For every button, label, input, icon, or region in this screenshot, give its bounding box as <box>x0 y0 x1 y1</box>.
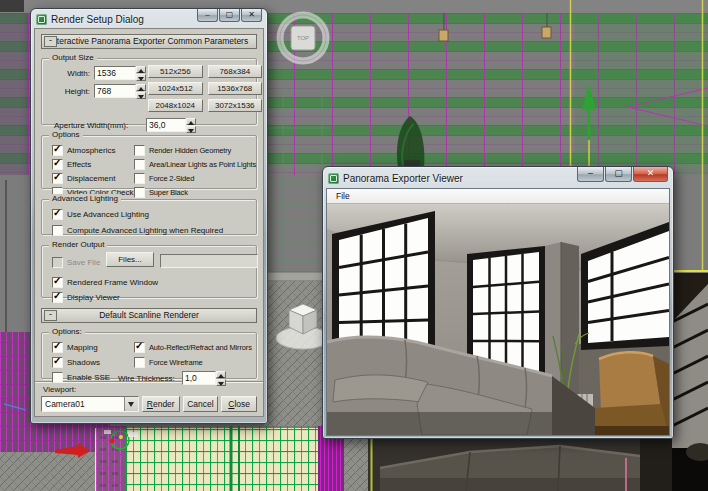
minimize-button[interactable]: – <box>577 167 604 182</box>
checkbox-use-advanced-lighting[interactable]: Use Advanced Lighting <box>52 208 149 220</box>
rollout-default-scanline[interactable]: - Default Scanline Renderer <box>41 308 257 323</box>
panorama-exporter-viewer: Panorama Exporter Viewer – ▢ ✕ File <box>322 166 674 439</box>
max-app-icon <box>328 173 339 184</box>
wire-thickness-label: Wire Thickness: <box>118 374 175 383</box>
height-label: Height: <box>48 87 90 96</box>
close-icon[interactable]: ✕ <box>241 9 262 22</box>
viewer-menubar: File <box>327 189 669 204</box>
width-field[interactable] <box>94 66 136 80</box>
minimize-button[interactable]: – <box>197 9 218 22</box>
checkbox-render-hidden-geometry[interactable]: Render Hidden Geometry <box>134 144 231 156</box>
preset-3072x1536-button[interactable]: 3072x1536 <box>208 99 263 112</box>
maximize-button[interactable]: ▢ <box>605 167 632 182</box>
rollout-title: Default Scanline Renderer <box>99 310 199 320</box>
render-dialog-body: - Interactive Panorama Exporter Common P… <box>34 28 264 417</box>
viewcube-top-label: TOP <box>297 35 309 41</box>
group-label: Options <box>49 130 83 139</box>
preset-2048x1024-button[interactable]: 2048x1024 <box>148 99 203 112</box>
panorama-render-image <box>327 204 669 435</box>
output-path-field <box>160 254 258 268</box>
group-label: Options: <box>49 327 85 336</box>
dialog-footer: Viewport: Camera01 Render Cancel Close <box>35 381 263 416</box>
close-icon[interactable]: ✕ <box>633 167 668 182</box>
preset-768x384-button[interactable]: 768x384 <box>208 65 263 78</box>
checkbox-save-file: Save File <box>52 256 100 268</box>
group-label: Output Size <box>49 53 97 62</box>
group-label: Advanced Lighting <box>49 194 121 203</box>
right-rendered-wall <box>672 273 708 491</box>
width-label: Width: <box>48 69 90 78</box>
rollout-panorama-params[interactable]: - Interactive Panorama Exporter Common P… <box>41 34 257 49</box>
render-dialog-titlebar[interactable]: Render Setup Dialog – ▢ ✕ <box>31 9 267 28</box>
render-setup-dialog: Render Setup Dialog – ▢ ✕ - Interactive … <box>30 8 268 424</box>
scanline-options-group: Options: Mapping Shadows Enable SSE Auto… <box>41 332 257 380</box>
advanced-lighting-group: Advanced Lighting Use Advanced Lighting … <box>41 199 257 235</box>
viewcube-top[interactable]: TOP <box>274 6 332 68</box>
checkbox-force-2-sided[interactable]: Force 2-Sided <box>134 172 194 184</box>
checkbox-auto-reflect[interactable]: Auto-Reflect/Refract and Mirrors <box>134 342 252 354</box>
viewport-label: Viewport: <box>43 385 257 394</box>
files-button[interactable]: Files... <box>106 252 154 267</box>
max-app-icon <box>36 14 47 25</box>
bright-wireframe <box>55 426 344 491</box>
preset-1536x768-button[interactable]: 1536x768 <box>208 82 263 95</box>
preset-512x256-button[interactable]: 512x256 <box>148 65 203 78</box>
checkbox-effects[interactable]: Effects <box>52 158 91 170</box>
rollout-collapse-button[interactable]: - <box>44 310 57 321</box>
viewer-titlebar[interactable]: Panorama Exporter Viewer – ▢ ✕ <box>323 167 673 188</box>
checkbox-enable-sse[interactable]: Enable SSE <box>52 372 110 384</box>
viewport-combobox-value: Camera01 <box>45 399 85 409</box>
close-button[interactable]: Close <box>221 396 257 412</box>
wire-thickness-spinner[interactable] <box>216 371 226 386</box>
checkbox-display-viewer[interactable]: Display Viewer <box>52 291 120 303</box>
options-group: Options Atmospherics Effects Displacemen… <box>41 135 257 189</box>
aperture-label: Aperture Width(mm): <box>54 121 128 130</box>
viewer-title: Panorama Exporter Viewer <box>343 173 463 184</box>
rollout-title: Interactive Panorama Exporter Common Par… <box>50 36 248 46</box>
height-field[interactable] <box>94 84 136 98</box>
checkbox-area-linear-lights[interactable]: Area/Linear Lights as Point Lights <box>134 158 256 170</box>
checkbox-force-wireframe[interactable]: Force Wireframe <box>134 357 203 369</box>
checkbox-atmospherics[interactable]: Atmospherics <box>52 144 115 156</box>
checkbox-displacement[interactable]: Displacement <box>52 172 115 184</box>
viewport-combobox[interactable]: Camera01 <box>41 396 139 412</box>
checkbox-compute-advanced-lighting[interactable]: Compute Advanced Lighting when Required <box>52 224 223 236</box>
render-output-group: Render Output Save File Files... Rendere… <box>41 245 257 297</box>
checkbox-rendered-frame-window[interactable]: Rendered Frame Window <box>52 276 158 288</box>
menu-file[interactable]: File <box>332 191 354 201</box>
render-dialog-title: Render Setup Dialog <box>51 14 144 25</box>
rollout-collapse-button[interactable]: - <box>44 36 57 47</box>
render-button[interactable]: Render <box>142 396 180 412</box>
chevron-down-icon[interactable] <box>124 397 138 411</box>
height-spinner[interactable] <box>136 84 146 99</box>
aperture-spinner[interactable] <box>186 118 196 133</box>
checkbox-mapping[interactable]: Mapping <box>52 342 98 354</box>
checkbox-super-black[interactable]: Super Black <box>134 186 188 198</box>
width-spinner[interactable] <box>136 66 146 81</box>
preset-1024x512-button[interactable]: 1024x512 <box>148 82 203 95</box>
cancel-button[interactable]: Cancel <box>183 396 219 412</box>
screenshot-stage: TOP Render Setup Dialog – ▢ ✕ - Interac <box>0 0 708 491</box>
maximize-button[interactable]: ▢ <box>219 9 240 22</box>
wire-thickness-field[interactable] <box>182 371 216 385</box>
group-label: Render Output <box>49 240 107 249</box>
aperture-field[interactable] <box>146 118 186 132</box>
output-size-group: Output Size Width: Height: 512x256 768x3… <box>41 58 257 125</box>
checkbox-shadows[interactable]: Shadows <box>52 357 100 369</box>
